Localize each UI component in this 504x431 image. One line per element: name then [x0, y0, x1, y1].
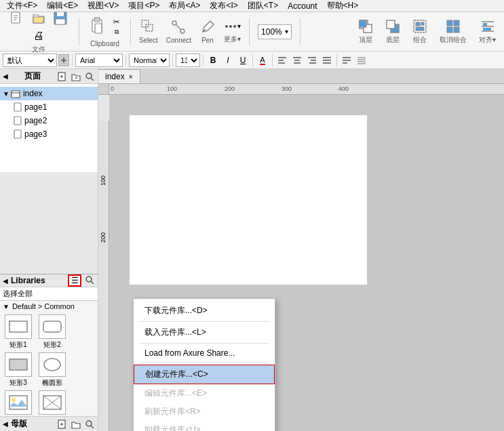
menu-sep-2: [139, 343, 269, 344]
menu-sep-3: [139, 363, 269, 363]
menu-sep-1: [139, 321, 269, 322]
menu-download-library[interactable]: 下载元件库...<D>: [134, 302, 275, 320]
menu-refresh-library: 刷新元件库<R>: [134, 403, 275, 421]
menu-load-library[interactable]: 载入元件库...<L>: [134, 323, 275, 342]
menu-unload-library: 卸载元件库<U>: [134, 421, 275, 431]
menu-load-axure-share[interactable]: Load from Axure Share...: [134, 345, 275, 361]
menu-edit-library: 编辑元件库...<E>: [134, 384, 275, 403]
menu-create-library[interactable]: 创建元件库...<C>: [134, 365, 275, 384]
libraries-dropdown-menu: 下载元件库...<D> 载入元件库...<L> Load from Axure …: [133, 298, 275, 431]
